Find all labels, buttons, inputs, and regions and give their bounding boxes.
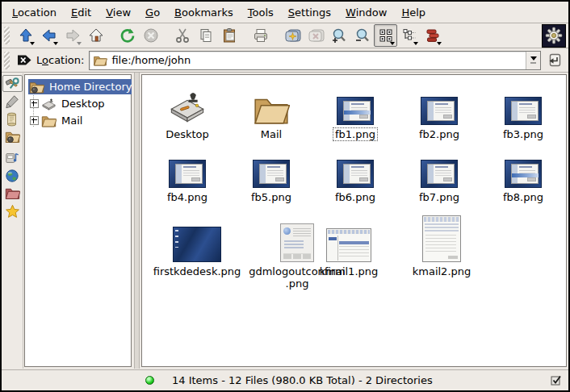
folder-mini-icon	[93, 54, 107, 66]
icon-view-icon	[378, 27, 394, 44]
file-mail[interactable]: Mail	[229, 85, 313, 141]
network-globe-icon	[5, 169, 19, 183]
kde-throbber[interactable]	[542, 24, 566, 48]
file-kmail1[interactable]: kmail1.png	[308, 215, 389, 278]
location-toolbar: Location:	[2, 48, 568, 73]
location-input[interactable]	[110, 54, 526, 66]
sidebar-tab-bookmarks[interactable]	[2, 202, 23, 219]
tree-item-desktop[interactable]: Desktop	[25, 95, 131, 112]
reload-button[interactable]	[115, 24, 139, 47]
tree-item-mail[interactable]: Mail	[25, 112, 131, 129]
icon-view-button[interactable]	[374, 24, 397, 47]
icon-view: Desktop Mail fb1.png fb2.png	[141, 74, 567, 367]
menu-location[interactable]: Location	[5, 2, 64, 23]
sidebar-tab-annotate[interactable]	[2, 93, 23, 110]
file-fb5[interactable]: fb5.png	[229, 148, 313, 204]
sidebar-tab-history[interactable]	[2, 111, 23, 127]
menu-edit[interactable]: Edit	[64, 2, 98, 23]
print-button[interactable]	[249, 24, 272, 47]
up-button[interactable]	[14, 24, 37, 47]
menu-settings[interactable]: Settings	[281, 2, 338, 23]
sidebar-tabstrip	[2, 73, 23, 369]
home-button[interactable]	[84, 24, 107, 47]
dropdown-arrow-icon	[30, 42, 35, 45]
file-fb7[interactable]: fb7.png	[397, 148, 481, 204]
file-kmail2[interactable]: kmail2.png	[397, 215, 486, 278]
file-fb4[interactable]: fb4.png	[145, 148, 229, 204]
back-arrow-icon	[41, 27, 57, 44]
file-fb6[interactable]: fb6.png	[313, 148, 397, 204]
toolbar-grip[interactable]	[4, 52, 10, 69]
sidebar-tab-root[interactable]	[2, 185, 23, 202]
history-scroll-icon	[5, 112, 19, 127]
home-folder-icon	[29, 81, 44, 94]
root-folder-icon	[5, 186, 20, 200]
detail-view-button[interactable]	[421, 24, 444, 47]
sidebar-tab-network[interactable]	[2, 167, 23, 184]
active-view-indicator-icon[interactable]	[551, 375, 562, 386]
zoom-in-icon	[331, 27, 347, 44]
konqueror-window: Location Edit View Go Bookmarks Tools Se…	[0, 0, 570, 392]
menu-bookmarks[interactable]: Bookmarks	[167, 2, 241, 23]
menu-view[interactable]: View	[98, 2, 138, 23]
close-tab-button[interactable]	[304, 24, 327, 47]
sidebar-tab-system[interactable]	[2, 75, 23, 92]
expand-plus-icon[interactable]	[30, 99, 39, 108]
up-arrow-icon	[18, 27, 34, 44]
forward-button[interactable]	[61, 24, 84, 47]
file-fb1[interactable]: fb1.png	[313, 85, 397, 141]
dropdown-arrow-icon	[53, 42, 58, 45]
cut-button[interactable]	[170, 24, 194, 47]
image-thumbnail	[421, 97, 458, 125]
system-tools-icon	[5, 77, 20, 91]
file-fb3[interactable]: fb3.png	[481, 85, 565, 141]
file-fb8[interactable]: fb8.png	[481, 148, 565, 204]
main-toolbar	[2, 23, 568, 48]
location-dropdown-button[interactable]	[526, 52, 540, 69]
status-text: 14 Items - 12 Files (980.0 KB Total) - 2…	[172, 374, 433, 386]
clear-location-icon	[17, 54, 32, 66]
go-button[interactable]	[544, 51, 565, 70]
go-icon	[547, 52, 563, 69]
image-thumbnail	[422, 215, 461, 262]
panel-splitter[interactable]	[132, 73, 141, 369]
paste-button[interactable]	[217, 24, 241, 47]
new-tab-icon	[283, 27, 301, 44]
tree-view-icon	[401, 27, 417, 44]
sidebar-tab-home[interactable]	[2, 128, 23, 145]
file-desktop[interactable]: Desktop	[145, 85, 229, 141]
image-thumbnail	[173, 227, 221, 262]
image-thumbnail	[337, 97, 374, 125]
sidebar-tab-services[interactable]	[2, 149, 23, 166]
home-icon	[88, 27, 104, 44]
toolbar-grip[interactable]	[4, 27, 10, 44]
clear-location-button[interactable]	[14, 49, 35, 72]
tree-item-home[interactable]: Home Directory	[25, 78, 131, 95]
image-thumbnail	[505, 97, 542, 125]
copy-button[interactable]	[194, 24, 217, 47]
stop-button[interactable]	[139, 24, 162, 47]
chevron-down-icon	[530, 56, 537, 60]
new-tab-button[interactable]	[280, 24, 304, 47]
file-fb2[interactable]: fb2.png	[397, 85, 481, 141]
statusbar: 14 Items - 12 Files (980.0 KB Total) - 2…	[2, 369, 568, 390]
tree-view-button[interactable]	[397, 24, 421, 47]
menu-window[interactable]: Window	[338, 2, 394, 23]
expand-plus-icon[interactable]	[30, 116, 39, 125]
main-area: Home Directory Desktop Mail	[2, 73, 568, 369]
zoom-out-button[interactable]	[350, 24, 374, 47]
image-thumbnail	[421, 160, 458, 188]
menu-go[interactable]: Go	[138, 2, 167, 23]
dropdown-arrow-icon	[437, 42, 442, 45]
folder-icon	[41, 115, 57, 127]
zoom-in-button[interactable]	[327, 24, 350, 47]
back-button[interactable]	[37, 24, 61, 47]
image-thumbnail	[505, 160, 542, 188]
kde-gear-icon	[545, 27, 563, 44]
file-firstkdedesk[interactable]: firstkdedesk.png	[145, 215, 249, 278]
zoom-out-icon	[354, 27, 371, 44]
menu-tools[interactable]: Tools	[241, 2, 281, 23]
stop-icon	[143, 27, 159, 44]
menu-help[interactable]: Help	[394, 2, 433, 23]
bookmarks-star-icon	[5, 204, 20, 219]
